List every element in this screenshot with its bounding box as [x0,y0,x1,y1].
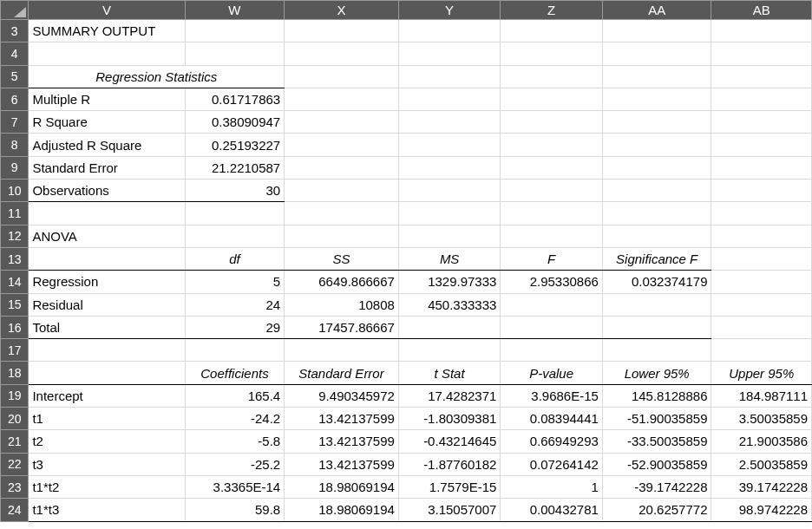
cell-AA13[interactable]: Significance F [602,247,711,270]
row-23[interactable]: 23t1*t23.3365E-1418.980691941.7579E-151-… [1,475,812,498]
cell-Y3[interactable] [398,20,501,42]
row-header-10[interactable]: 10 [1,180,29,202]
cell-W12[interactable] [185,225,284,247]
row-header-9[interactable]: 9 [1,156,29,179]
cell-V14[interactable]: Regression [29,271,185,293]
cell-X23[interactable]: 18.98069194 [285,475,399,498]
cell-X12[interactable] [285,225,399,247]
row-22[interactable]: 22t3-25.213.42137599-1.877601820.0726414… [1,453,812,475]
cell-V24[interactable]: t1*t3 [29,499,185,521]
cell-Z24[interactable]: 0.00432781 [501,499,603,521]
row-header-8[interactable]: 8 [1,134,29,156]
cell-AB7[interactable] [711,111,812,134]
row-16[interactable]: 16Total2917457.86667 [1,316,812,338]
cell-Z4[interactable] [501,42,603,65]
col-header-V[interactable]: V [29,1,185,20]
row-19[interactable]: 19Intercept165.49.49034597217.42823713.9… [1,384,812,407]
cell-AB5[interactable] [711,65,812,88]
cell-X14[interactable]: 6649.866667 [285,271,399,293]
cell-Y17[interactable] [398,339,501,362]
cell-Y7[interactable] [398,111,501,134]
row-header-11[interactable]: 11 [1,202,29,225]
cell-Y11[interactable] [398,202,501,225]
cell-AA16[interactable] [602,316,711,338]
cell-Z19[interactable]: 3.9686E-15 [501,384,603,407]
cell-W9[interactable]: 21.2210587 [185,156,284,179]
row-8[interactable]: 8Adjusted R Square0.25193227 [1,134,812,156]
cell-W18[interactable]: Coefficients [185,362,284,384]
cell-AB24[interactable]: 98.9742228 [711,499,812,521]
row-header-6[interactable]: 6 [1,88,29,110]
row-header-7[interactable]: 7 [1,111,29,134]
cell-V13[interactable] [29,247,185,270]
cell-X18[interactable]: Standard Error [285,362,399,384]
cell-AB6[interactable] [711,88,812,110]
cell-AA8[interactable] [602,134,711,156]
cell-V6[interactable]: Multiple R [29,88,185,110]
cell-V15[interactable]: Residual [29,293,185,316]
cell-V23[interactable]: t1*t2 [29,475,185,498]
row-18[interactable]: 18CoefficientsStandard Errort StatP-valu… [1,362,812,384]
cell-Y10[interactable] [398,180,501,202]
cell-AA4[interactable] [602,42,711,65]
cell-Y4[interactable] [398,42,501,65]
cell-Z5[interactable] [501,65,603,88]
cell-AB3[interactable] [711,20,812,42]
cell-W11[interactable] [185,202,284,225]
cell-AB19[interactable]: 184.987111 [711,384,812,407]
cell-X5[interactable] [285,65,399,88]
col-header-X[interactable]: X [285,1,399,20]
cell-V4[interactable] [29,42,185,65]
cell-Y19[interactable]: 17.4282371 [398,384,501,407]
row-24[interactable]: 24t1*t359.818.980691943.150570070.004327… [1,499,812,521]
row-header-12[interactable]: 12 [1,225,29,247]
row-12[interactable]: 12ANOVA [1,225,812,247]
row-header-4[interactable]: 4 [1,42,29,65]
cell-W15[interactable]: 24 [185,293,284,316]
cell-V16[interactable]: Total [29,316,185,338]
cell-X24[interactable]: 18.98069194 [285,499,399,521]
col-header-W[interactable]: W [185,1,284,20]
cell-AB4[interactable] [711,42,812,65]
cell-V8[interactable]: Adjusted R Square [29,134,185,156]
cell-W13[interactable]: df [185,247,284,270]
cell-X22[interactable]: 13.42137599 [285,453,399,475]
cell-AB11[interactable] [711,202,812,225]
row-header-21[interactable]: 21 [1,430,29,453]
cell-Z11[interactable] [501,202,603,225]
cell-V7[interactable]: R Square [29,111,185,134]
cell-AB18[interactable]: Upper 95% [711,362,812,384]
cell-W19[interactable]: 165.4 [185,384,284,407]
row-5[interactable]: 5Regression Statistics [1,65,812,88]
cell-W20[interactable]: -24.2 [185,408,284,430]
cell-Y20[interactable]: -1.80309381 [398,408,501,430]
cell-AA11[interactable] [602,202,711,225]
cell-V11[interactable] [29,202,185,225]
cell-Y12[interactable] [398,225,501,247]
cell-Z12[interactable] [501,225,603,247]
cell-X17[interactable] [285,339,399,362]
select-all-corner[interactable] [1,1,29,20]
row-header-15[interactable]: 15 [1,293,29,316]
row-header-23[interactable]: 23 [1,475,29,498]
cell-W14[interactable]: 5 [185,271,284,293]
row-header-13[interactable]: 13 [1,247,29,270]
cell-V20[interactable]: t1 [29,408,185,430]
cell-Y15[interactable]: 450.333333 [398,293,501,316]
row-header-14[interactable]: 14 [1,271,29,293]
cell-Z9[interactable] [501,156,603,179]
cell-X11[interactable] [285,202,399,225]
row-header-17[interactable]: 17 [1,339,29,362]
cell-AA9[interactable] [602,156,711,179]
cell-AA3[interactable] [602,20,711,42]
cell-Y9[interactable] [398,156,501,179]
cell-Z20[interactable]: 0.08394441 [501,408,603,430]
cell-V18[interactable] [29,362,185,384]
row-header-22[interactable]: 22 [1,453,29,475]
cell-AA22[interactable]: -52.90035859 [602,453,711,475]
cell-Z13[interactable]: F [501,247,603,270]
row-header-20[interactable]: 20 [1,408,29,430]
cell-Z14[interactable]: 2.95330866 [501,271,603,293]
cell-X13[interactable]: SS [285,247,399,270]
cell-W4[interactable] [185,42,284,65]
